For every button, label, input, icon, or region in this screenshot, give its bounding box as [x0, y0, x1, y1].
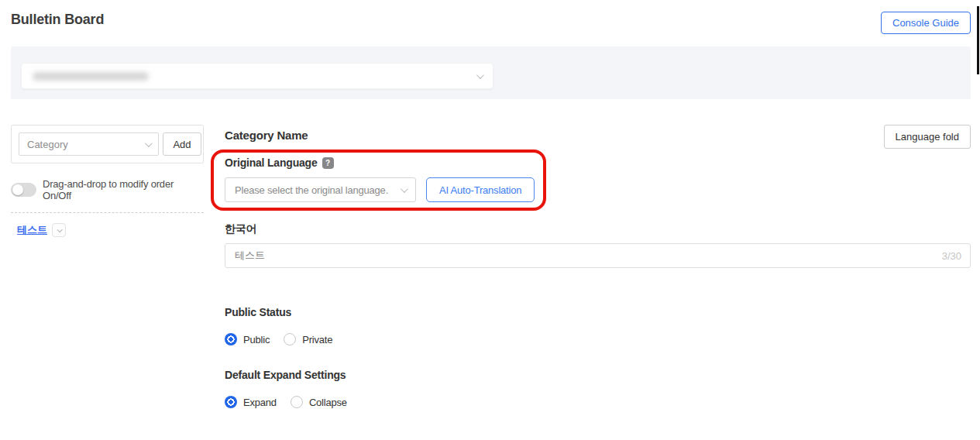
public-status-options: Public Private [225, 333, 971, 345]
korean-input-wrap: 3/30 [225, 243, 971, 268]
console-guide-button[interactable]: Console Guide [881, 12, 971, 34]
help-icon[interactable]: ? [322, 157, 334, 169]
korean-name-field: 한국어 3/30 [225, 222, 971, 268]
board-selector-panel [11, 46, 971, 99]
radio-label: Expand [243, 397, 277, 408]
scrollbar-thumb[interactable] [977, 6, 979, 74]
original-language-select-placeholder: Please select the original language. [235, 184, 388, 196]
radio-unchecked-icon[interactable] [291, 396, 303, 408]
radio-option-public[interactable]: Public [225, 333, 270, 345]
category-select[interactable]: Category [19, 132, 159, 156]
original-language-select[interactable]: Please select the original language. [225, 177, 416, 202]
language-fold-button[interactable]: Language fold [884, 125, 971, 149]
bulletin-board-page: Bulletin Board Console Guide Category Ad… [0, 0, 980, 440]
default-expand-options: Expand Collapse [225, 396, 971, 408]
category-item-expand-button[interactable] [52, 223, 66, 237]
add-category-button[interactable]: Add [163, 132, 201, 156]
default-expand-section: Default Expand Settings Expand Collapse [225, 369, 971, 408]
radio-option-expand[interactable]: Expand [225, 396, 277, 408]
page-title: Bulletin Board [11, 12, 104, 28]
original-language-label: Original Language [225, 156, 318, 169]
chevron-down-icon [145, 139, 153, 147]
redacted-board-name [33, 72, 149, 81]
original-language-label-row: Original Language ? [225, 156, 535, 169]
public-status-section: Public Status Public Private [225, 306, 971, 345]
korean-label: 한국어 [225, 222, 971, 236]
original-language-controls: Please select the original language. AI … [225, 177, 535, 202]
sidebar-divider [11, 212, 204, 213]
radio-option-private[interactable]: Private [284, 333, 332, 345]
red-highlight-annotation: Original Language ? Please select the or… [211, 150, 546, 211]
category-item-link[interactable]: 테스트 [17, 223, 47, 237]
radio-checked-icon[interactable] [225, 333, 237, 345]
radio-label: Collapse [309, 397, 347, 408]
page-header: Bulletin Board Console Guide [11, 0, 971, 34]
drag-toggle-label: Drag-and-drop to modify order On/Off [43, 178, 204, 201]
chevron-down-icon [476, 71, 484, 79]
default-expand-label: Default Expand Settings [225, 369, 971, 381]
radio-checked-icon[interactable] [225, 396, 237, 408]
drag-toggle-row: Drag-and-drop to modify order On/Off [11, 178, 204, 201]
ai-auto-translation-button[interactable]: AI Auto-Translation [426, 177, 535, 202]
radio-label: Private [302, 334, 332, 345]
board-select[interactable] [21, 63, 493, 89]
radio-label: Public [243, 334, 270, 345]
content-row: Category Add Drag-and-drop to modify ord… [11, 125, 971, 408]
chevron-down-icon [57, 227, 62, 232]
category-name-title: Category Name [225, 125, 308, 142]
category-select-placeholder: Category [27, 139, 68, 150]
toggle-knob [12, 184, 23, 195]
public-status-label: Public Status [225, 306, 971, 318]
category-sidebar: Category Add Drag-and-drop to modify ord… [11, 125, 204, 408]
category-add-box: Category Add [11, 125, 204, 163]
radio-option-collapse[interactable]: Collapse [291, 396, 347, 408]
chevron-down-icon [401, 185, 408, 193]
char-counter: 3/30 [942, 250, 961, 262]
korean-name-input[interactable] [225, 243, 971, 268]
category-detail-header: Category Name Language fold [225, 125, 971, 149]
category-detail-panel: Category Name Language fold Original Lan… [225, 125, 971, 408]
drag-order-toggle[interactable] [11, 183, 36, 197]
category-list-item: 테스트 [11, 223, 204, 237]
radio-unchecked-icon[interactable] [284, 333, 296, 345]
